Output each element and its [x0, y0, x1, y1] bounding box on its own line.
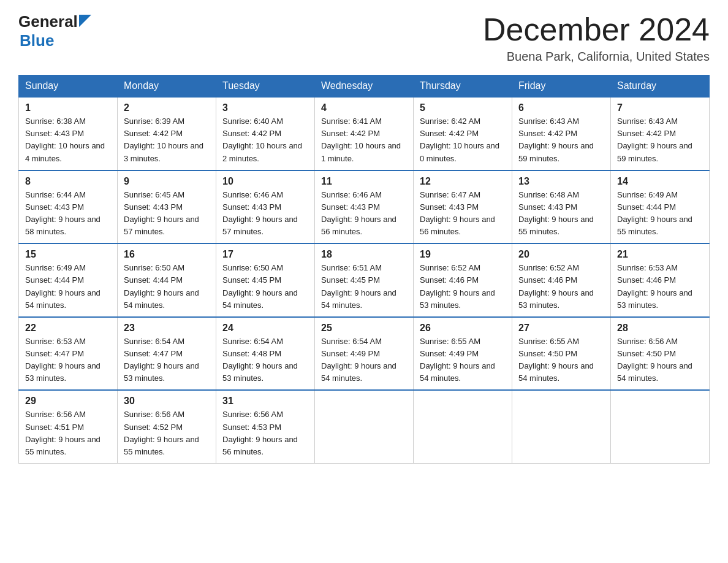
day-info: Sunrise: 6:54 AM Sunset: 4:49 PM Dayligh…	[321, 335, 407, 385]
day-number: 21	[617, 249, 703, 260]
day-number: 28	[617, 323, 703, 334]
calendar-cell: 14 Sunrise: 6:49 AM Sunset: 4:44 PM Dayl…	[611, 170, 710, 244]
calendar-cell: 30 Sunrise: 6:56 AM Sunset: 4:52 PM Dayl…	[118, 390, 216, 463]
column-header-sunday: Sunday	[19, 75, 118, 98]
day-info: Sunrise: 6:53 AM Sunset: 4:47 PM Dayligh…	[25, 335, 111, 385]
calendar-cell: 20 Sunrise: 6:52 AM Sunset: 4:46 PM Dayl…	[512, 243, 611, 317]
day-info: Sunrise: 6:46 AM Sunset: 4:43 PM Dayligh…	[222, 189, 308, 239]
calendar-week-row: 29 Sunrise: 6:56 AM Sunset: 4:51 PM Dayl…	[19, 390, 710, 463]
calendar-week-row: 8 Sunrise: 6:44 AM Sunset: 4:43 PM Dayli…	[19, 170, 710, 244]
day-number: 26	[420, 323, 506, 334]
title-block: December 2024 Buena Park, California, Un…	[483, 12, 710, 64]
day-number: 19	[420, 249, 506, 260]
calendar-cell: 3 Sunrise: 6:40 AM Sunset: 4:42 PM Dayli…	[216, 97, 315, 170]
calendar-cell: 2 Sunrise: 6:39 AM Sunset: 4:42 PM Dayli…	[118, 97, 216, 170]
column-header-saturday: Saturday	[611, 75, 710, 98]
day-info: Sunrise: 6:56 AM Sunset: 4:52 PM Dayligh…	[124, 408, 210, 458]
day-number: 25	[321, 323, 407, 334]
calendar-week-row: 15 Sunrise: 6:49 AM Sunset: 4:44 PM Dayl…	[19, 243, 710, 317]
calendar-cell: 24 Sunrise: 6:54 AM Sunset: 4:48 PM Dayl…	[216, 317, 315, 391]
day-number: 16	[124, 249, 210, 260]
day-info: Sunrise: 6:49 AM Sunset: 4:44 PM Dayligh…	[617, 189, 703, 239]
day-number: 20	[518, 249, 604, 260]
calendar-cell: 12 Sunrise: 6:47 AM Sunset: 4:43 PM Dayl…	[414, 170, 512, 244]
day-info: Sunrise: 6:41 AM Sunset: 4:42 PM Dayligh…	[321, 115, 407, 165]
calendar-cell: 16 Sunrise: 6:50 AM Sunset: 4:44 PM Dayl…	[118, 243, 216, 317]
day-info: Sunrise: 6:56 AM Sunset: 4:50 PM Dayligh…	[617, 335, 703, 385]
logo: General Blue	[18, 12, 91, 50]
calendar-cell: 25 Sunrise: 6:54 AM Sunset: 4:49 PM Dayl…	[315, 317, 414, 391]
calendar-cell: 19 Sunrise: 6:52 AM Sunset: 4:46 PM Dayl…	[414, 243, 512, 317]
logo-triangle-icon	[79, 15, 91, 27]
calendar-cell: 8 Sunrise: 6:44 AM Sunset: 4:43 PM Dayli…	[19, 170, 118, 244]
day-number: 15	[25, 249, 111, 260]
day-number: 4	[321, 102, 407, 113]
calendar-cell: 9 Sunrise: 6:45 AM Sunset: 4:43 PM Dayli…	[118, 170, 216, 244]
calendar-cell: 6 Sunrise: 6:43 AM Sunset: 4:42 PM Dayli…	[512, 97, 611, 170]
day-number: 3	[222, 102, 308, 113]
calendar-cell	[512, 390, 611, 463]
day-info: Sunrise: 6:40 AM Sunset: 4:42 PM Dayligh…	[222, 115, 308, 165]
day-number: 17	[222, 249, 308, 260]
day-number: 5	[420, 102, 506, 113]
day-number: 8	[25, 176, 111, 187]
day-info: Sunrise: 6:55 AM Sunset: 4:50 PM Dayligh…	[518, 335, 604, 385]
calendar-cell: 7 Sunrise: 6:43 AM Sunset: 4:42 PM Dayli…	[611, 97, 710, 170]
day-info: Sunrise: 6:43 AM Sunset: 4:42 PM Dayligh…	[617, 115, 703, 165]
page-header: General Blue December 2024 Buena Park, C…	[18, 12, 710, 64]
day-info: Sunrise: 6:45 AM Sunset: 4:43 PM Dayligh…	[124, 189, 210, 239]
day-info: Sunrise: 6:56 AM Sunset: 4:53 PM Dayligh…	[222, 408, 308, 458]
calendar-cell: 29 Sunrise: 6:56 AM Sunset: 4:51 PM Dayl…	[19, 390, 118, 463]
day-info: Sunrise: 6:43 AM Sunset: 4:42 PM Dayligh…	[518, 115, 604, 165]
calendar-cell: 10 Sunrise: 6:46 AM Sunset: 4:43 PM Dayl…	[216, 170, 315, 244]
day-number: 12	[420, 176, 506, 187]
column-header-wednesday: Wednesday	[315, 75, 414, 98]
day-info: Sunrise: 6:44 AM Sunset: 4:43 PM Dayligh…	[25, 189, 111, 239]
day-number: 9	[124, 176, 210, 187]
logo-general: General	[18, 12, 78, 31]
day-number: 22	[25, 323, 111, 334]
day-number: 7	[617, 102, 703, 113]
day-info: Sunrise: 6:39 AM Sunset: 4:42 PM Dayligh…	[124, 115, 210, 165]
calendar-cell: 4 Sunrise: 6:41 AM Sunset: 4:42 PM Dayli…	[315, 97, 414, 170]
day-number: 30	[124, 396, 210, 407]
calendar-cell: 28 Sunrise: 6:56 AM Sunset: 4:50 PM Dayl…	[611, 317, 710, 391]
column-header-tuesday: Tuesday	[216, 75, 315, 98]
day-info: Sunrise: 6:56 AM Sunset: 4:51 PM Dayligh…	[25, 408, 111, 458]
day-info: Sunrise: 6:54 AM Sunset: 4:48 PM Dayligh…	[222, 335, 308, 385]
day-info: Sunrise: 6:38 AM Sunset: 4:43 PM Dayligh…	[25, 115, 111, 165]
calendar-cell: 5 Sunrise: 6:42 AM Sunset: 4:42 PM Dayli…	[414, 97, 512, 170]
calendar-cell: 13 Sunrise: 6:48 AM Sunset: 4:43 PM Dayl…	[512, 170, 611, 244]
calendar-cell	[414, 390, 512, 463]
day-info: Sunrise: 6:48 AM Sunset: 4:43 PM Dayligh…	[518, 189, 604, 239]
day-info: Sunrise: 6:51 AM Sunset: 4:45 PM Dayligh…	[321, 262, 407, 312]
calendar-week-row: 1 Sunrise: 6:38 AM Sunset: 4:43 PM Dayli…	[19, 97, 710, 170]
column-header-friday: Friday	[512, 75, 611, 98]
calendar-cell: 22 Sunrise: 6:53 AM Sunset: 4:47 PM Dayl…	[19, 317, 118, 391]
day-info: Sunrise: 6:50 AM Sunset: 4:44 PM Dayligh…	[124, 262, 210, 312]
column-header-monday: Monday	[118, 75, 216, 98]
day-info: Sunrise: 6:46 AM Sunset: 4:43 PM Dayligh…	[321, 189, 407, 239]
calendar-cell: 27 Sunrise: 6:55 AM Sunset: 4:50 PM Dayl…	[512, 317, 611, 391]
day-number: 2	[124, 102, 210, 113]
day-info: Sunrise: 6:50 AM Sunset: 4:45 PM Dayligh…	[222, 262, 308, 312]
calendar-cell: 15 Sunrise: 6:49 AM Sunset: 4:44 PM Dayl…	[19, 243, 118, 317]
calendar-table: SundayMondayTuesdayWednesdayThursdayFrid…	[18, 75, 710, 464]
calendar-cell	[611, 390, 710, 463]
calendar-cell: 11 Sunrise: 6:46 AM Sunset: 4:43 PM Dayl…	[315, 170, 414, 244]
day-info: Sunrise: 6:42 AM Sunset: 4:42 PM Dayligh…	[420, 115, 506, 165]
day-number: 14	[617, 176, 703, 187]
month-title: December 2024	[483, 12, 710, 47]
day-number: 24	[222, 323, 308, 334]
calendar-cell	[315, 390, 414, 463]
day-number: 18	[321, 249, 407, 260]
calendar-cell: 1 Sunrise: 6:38 AM Sunset: 4:43 PM Dayli…	[19, 97, 118, 170]
calendar-cell: 31 Sunrise: 6:56 AM Sunset: 4:53 PM Dayl…	[216, 390, 315, 463]
day-number: 31	[222, 396, 308, 407]
day-number: 1	[25, 102, 111, 113]
day-info: Sunrise: 6:55 AM Sunset: 4:49 PM Dayligh…	[420, 335, 506, 385]
day-number: 13	[518, 176, 604, 187]
day-number: 29	[25, 396, 111, 407]
day-info: Sunrise: 6:52 AM Sunset: 4:46 PM Dayligh…	[420, 262, 506, 312]
day-info: Sunrise: 6:47 AM Sunset: 4:43 PM Dayligh…	[420, 189, 506, 239]
